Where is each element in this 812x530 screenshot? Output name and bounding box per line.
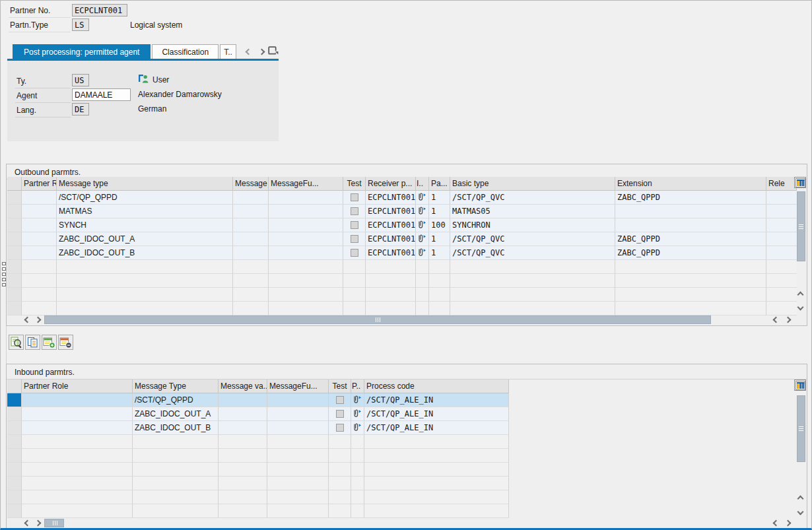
receiver-port-cell: ECPCLNT001 [366, 232, 416, 246]
release-cell [766, 205, 797, 218]
col-release[interactable]: Rele [766, 177, 797, 191]
inbound-vertical-scrollbar-thumb[interactable] [797, 395, 805, 462]
select-all-column-header[interactable] [7, 380, 22, 393]
test-checkbox[interactable] [351, 207, 358, 215]
col-partner-role[interactable]: Partner Role [22, 380, 133, 393]
table-row[interactable]: ZABC_IDOC_OUT_AECPCLNT0011/SCT/QP_QVCZAB… [7, 232, 797, 246]
test-checkbox[interactable] [351, 193, 358, 201]
test-checkbox[interactable] [351, 235, 358, 243]
table-row[interactable]: /SCT/QP_QPPDECPCLNT0011/SCT/QP_QVCZABC_Q… [7, 191, 797, 205]
receiver-port-cell [366, 274, 416, 288]
outbound-horizontal-scrollbar-thumb[interactable] [44, 315, 711, 324]
inbound-horizontal-scrollbar-thumb[interactable] [44, 519, 64, 527]
process-code-cell [364, 504, 509, 518]
inbound-table-settings-icon[interactable] [794, 380, 806, 391]
inbound-hscroll-left-button[interactable] [771, 518, 780, 527]
receiver-port-cell: ECPCLNT001 [366, 191, 416, 205]
col-test[interactable]: Test [343, 177, 366, 191]
table-row[interactable] [7, 490, 509, 504]
partner-type-field[interactable]: LS [72, 18, 89, 31]
col-message-type[interactable]: Message type [57, 177, 233, 191]
col-partner-role[interactable]: Partner Role [22, 177, 57, 191]
process-code-cell: /SCT/QP_ALE_IN [364, 393, 509, 407]
col-message-variant[interactable]: Message va... [219, 380, 267, 393]
attachment-link-icon [417, 206, 426, 218]
language-field[interactable]: DE [72, 103, 89, 116]
table-row[interactable] [7, 477, 509, 490]
col-process-code[interactable]: Process code [364, 380, 509, 393]
partner-no-field[interactable]: ECPCLNT001 [72, 4, 127, 17]
table-row[interactable]: MATMASECPCLNT0011MATMAS05 [7, 205, 797, 218]
col-idoc[interactable]: I.. [416, 177, 429, 191]
message-type-cell [133, 504, 219, 518]
table-row[interactable]: /SCT/QP_QPPD/SCT/QP_ALE_IN [7, 393, 509, 407]
inbound-scroll-up-button[interactable] [795, 494, 805, 503]
tab-scroll-right-button[interactable] [257, 47, 266, 56]
create-inbound-parameter-button[interactable] [42, 335, 57, 350]
outbound-hscroll-right-button[interactable] [783, 315, 792, 324]
outbound-hscroll-left-button[interactable] [771, 315, 780, 324]
test-checkbox[interactable] [336, 410, 344, 418]
inbound-scroll-right-button[interactable] [33, 518, 42, 527]
col-process[interactable]: P.. [351, 380, 364, 393]
receiver-port-cell [366, 260, 416, 274]
splitter-grip[interactable] [1, 262, 6, 286]
message-function-cell [269, 260, 343, 274]
tab-post-processing[interactable]: Post processing: permitted agent [13, 44, 151, 59]
tab-overview-icon[interactable] [268, 46, 279, 58]
table-row[interactable] [7, 260, 797, 274]
test-cell [329, 449, 351, 463]
test-checkbox[interactable] [351, 221, 358, 229]
outbound-scroll-up-button[interactable] [795, 290, 805, 299]
table-row[interactable]: SYNCHECPCLNT001100SYNCHRON [7, 218, 797, 232]
message-function-cell [269, 232, 343, 246]
table-row[interactable] [7, 274, 797, 288]
message-function-cell [269, 218, 343, 232]
message-function-cell [269, 205, 343, 218]
col-message-function[interactable]: MessageFu... [267, 380, 329, 393]
basic-type-cell: SYNCHRON [450, 218, 615, 232]
table-row[interactable] [7, 449, 509, 463]
col-message-variant[interactable]: Message va... [233, 177, 269, 191]
inbound-scroll-left-button[interactable] [22, 518, 32, 527]
table-row[interactable] [7, 504, 509, 518]
table-row[interactable] [7, 302, 797, 315]
table-row[interactable] [7, 463, 509, 477]
extension-cell [615, 288, 766, 302]
table-row[interactable] [7, 288, 797, 302]
agent-type-field[interactable]: US [72, 74, 89, 86]
select-all-column-header[interactable] [7, 177, 22, 191]
col-message-function[interactable]: MessageFu... [269, 177, 343, 191]
display-button[interactable] [9, 335, 24, 350]
col-packet-size[interactable]: Pa... [429, 177, 450, 191]
table-row[interactable] [7, 435, 509, 449]
col-basic-type[interactable]: Basic type [450, 177, 615, 191]
table-row[interactable]: ZABC_IDOC_OUT_B/SCT/QP_ALE_IN [7, 421, 509, 435]
col-message-type[interactable]: Message Type [133, 380, 219, 393]
outbound-scroll-right-button[interactable] [33, 315, 42, 324]
delete-inbound-parameter-button[interactable] [58, 335, 73, 350]
inbound-hscroll-right-button[interactable] [783, 518, 792, 527]
test-checkbox[interactable] [351, 249, 358, 257]
outbound-table-settings-icon[interactable] [794, 177, 806, 188]
col-receiver-port[interactable]: Receiver p... [366, 177, 416, 191]
outbound-scroll-down-button[interactable] [795, 302, 805, 312]
row-select-cell [7, 490, 22, 504]
inbound-scroll-down-button[interactable] [795, 507, 805, 516]
tab-truncated[interactable]: T.. [220, 44, 236, 59]
test-checkbox[interactable] [336, 424, 344, 432]
outbound-scroll-left-button[interactable] [22, 315, 32, 324]
col-test[interactable]: Test [329, 380, 351, 393]
tab-classification[interactable]: Classification [152, 44, 219, 59]
message-variant-cell [219, 477, 267, 490]
process-link-cell [351, 393, 364, 407]
message-variant-cell [233, 232, 269, 246]
table-row[interactable]: ZABC_IDOC_OUT_A/SCT/QP_ALE_IN [7, 407, 509, 421]
test-checkbox[interactable] [336, 396, 344, 404]
outbound-vertical-scrollbar-thumb[interactable] [797, 191, 805, 261]
tab-scroll-left-button[interactable] [244, 47, 253, 56]
copy-button[interactable] [25, 335, 40, 350]
table-row[interactable]: ZABC_IDOC_OUT_BECPCLNT0011/SCT/QP_QVCZAB… [7, 246, 797, 260]
col-extension[interactable]: Extension [615, 177, 766, 191]
agent-field[interactable]: DAMAALE [72, 88, 131, 101]
